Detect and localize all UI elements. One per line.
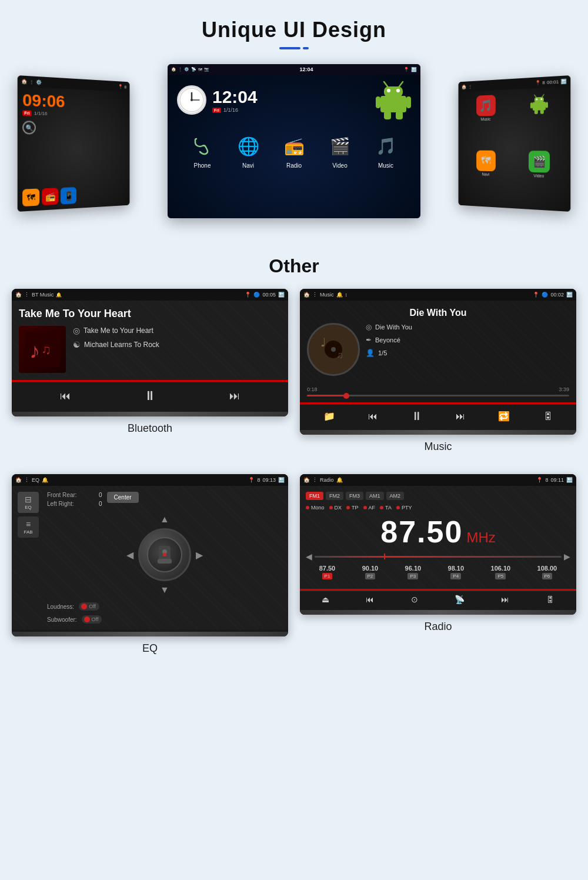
eq-status-label: EQ <box>32 477 39 483</box>
eq-card: 🏠⋮ EQ 🔔 📍8 09:13 🔙 ⊟ E <box>12 474 288 664</box>
bt-play-btn[interactable]: ⏸ <box>143 388 156 404</box>
preset-p4-freq: 98.10 <box>448 565 465 572</box>
preset-p2[interactable]: 90.10 P2 <box>362 565 379 579</box>
bt-next-btn[interactable]: ⏭ <box>229 390 240 402</box>
radio-prev-btn[interactable]: ⏮ <box>366 595 374 604</box>
subwoofer-toggle[interactable]: Off <box>82 615 102 624</box>
radio-options: Mono DX TP AF TA PTY <box>306 505 570 511</box>
eq-left-arrow[interactable]: ◀ <box>124 547 136 563</box>
app-icon-bt[interactable]: 📱 <box>61 187 76 204</box>
svg-rect-20 <box>530 102 532 108</box>
center-status-time: 12:04 <box>299 66 313 72</box>
radio-band-fm1[interactable]: FM1 <box>306 492 323 500</box>
eq-center-button[interactable]: Center <box>107 492 139 503</box>
right-app-music[interactable]: 🎵 Music <box>462 94 510 147</box>
radio-status-label: Radio <box>320 477 334 483</box>
radio-eject-btn[interactable]: ⏏ <box>322 595 329 604</box>
tuner-right-arrow[interactable]: ▶ <box>564 552 570 561</box>
left-app-row: 🗺 📻 📱 <box>22 185 125 206</box>
music-repeat-btn[interactable]: 🔁 <box>498 411 510 422</box>
eq-status-bar: 🏠⋮ EQ 🔔 📍8 09:13 🔙 <box>12 474 288 486</box>
loudness-toggle[interactable]: Off <box>79 602 99 611</box>
bt-artist-row: ☯ Michael Learns To Rock <box>73 340 159 349</box>
app-icon-maps[interactable]: 🗺 <box>22 189 39 207</box>
center-app-video[interactable]: 🎬 Video <box>325 131 355 218</box>
music-label: Music <box>300 435 576 462</box>
bt-status-label: BT Music <box>32 292 54 298</box>
opt-ta: TA <box>385 505 392 511</box>
music-play-btn[interactable]: ⏸ <box>411 409 423 423</box>
radio-controls: ⏏ ⏮ ⊙ 📡 ⏭ 🎛 <box>300 591 576 608</box>
preset-p4[interactable]: 98.10 P4 <box>448 565 465 579</box>
right-app-android[interactable] <box>513 92 566 147</box>
music-next-btn[interactable]: ⏭ <box>456 411 465 422</box>
svg-text:♫: ♫ <box>41 342 51 357</box>
section2-title: Other <box>0 255 588 277</box>
eq-up-arrow[interactable]: ▲ <box>158 512 172 527</box>
preset-p5[interactable]: 106.10 P5 <box>491 565 511 579</box>
preset-p5-label: P5 <box>495 573 506 579</box>
preset-p1[interactable]: 87.50 P1 <box>319 565 336 579</box>
music-tracknum: 1/5 <box>378 349 387 356</box>
bt-status-bar: 🏠⋮ BT Music 🔔 📍🔵 00:05 🔙 <box>12 289 288 301</box>
radio-menu-btn[interactable]: 🎛 <box>546 595 554 604</box>
right-app-grid: 🎵 Music <box>462 92 565 206</box>
music-prev-btn[interactable]: ⏮ <box>368 411 377 422</box>
tuner-left-arrow[interactable]: ◀ <box>306 552 312 561</box>
opt-dx: DX <box>335 505 342 511</box>
svg-rect-4 <box>380 96 406 112</box>
center-app-navi[interactable]: 🌐 Navi <box>233 131 263 218</box>
preset-p5-freq: 106.10 <box>491 565 511 572</box>
center-app-music[interactable]: 🎵 Music <box>371 131 400 218</box>
music-num-icon: 👤 <box>366 349 375 357</box>
progress-end: 3:39 <box>559 386 569 392</box>
progress-bar[interactable] <box>307 395 569 396</box>
svg-point-35 <box>163 553 166 556</box>
loudness-row: Loudness: Off <box>47 602 282 611</box>
music-artist-row: ✒ Beyoncé <box>366 336 412 344</box>
preset-p6-freq: 108.00 <box>537 565 557 572</box>
eq-sidebar: ⊟ EQ ≡ FAB <box>18 492 41 624</box>
bt-status-time: 00:05 <box>262 292 276 298</box>
radio-band-am2[interactable]: AM2 <box>386 492 405 500</box>
radio-next-btn[interactable]: ⏭ <box>501 595 509 604</box>
radio-band-fm3[interactable]: FM3 <box>346 492 363 500</box>
bt-prev-btn[interactable]: ⏮ <box>60 390 71 402</box>
left-date-text: 1/1/16 <box>34 111 48 116</box>
svg-rect-5 <box>384 86 403 97</box>
right-app-video[interactable]: 🎬 Video <box>513 151 566 206</box>
preset-p3-freq: 96.10 <box>405 565 422 572</box>
radio-band-am1[interactable]: AM1 <box>366 492 384 500</box>
center-app-radio[interactable]: 📻 Radio <box>279 131 309 218</box>
fab-btn[interactable]: ≡ FAB <box>18 516 39 538</box>
radio-status-bar: 🏠⋮ Radio 🔔 📍8 09:11 🔙 <box>300 474 576 486</box>
bluetooth-card: 🏠⋮ BT Music 🔔 📍🔵 00:05 🔙 Take Me To Your… <box>12 289 288 462</box>
preset-p6[interactable]: 108.00 P6 <box>537 565 557 579</box>
svg-line-19 <box>542 94 543 96</box>
music-track-name: Die With You <box>375 324 412 331</box>
music-folder-btn[interactable]: 📁 <box>323 411 335 422</box>
eq-knob[interactable] <box>138 528 191 581</box>
svg-rect-22 <box>534 109 537 114</box>
preset-p3-label: P3 <box>407 573 418 579</box>
fab-label: FAB <box>24 529 32 535</box>
svg-rect-33 <box>158 559 172 564</box>
radio-body: FM1 FM2 FM3 AM1 AM2 Mono DX TP AF TA PTY <box>300 486 576 589</box>
eq-knob-area: ◀ ▲ <box>47 512 282 598</box>
radio-frequency: 87.50 <box>380 516 463 547</box>
preset-p3[interactable]: 96.10 P3 <box>405 565 422 579</box>
music-status-label: Music <box>320 292 334 298</box>
radio-wifi-btn[interactable]: 📡 <box>455 595 465 604</box>
radio-band-fm2[interactable]: FM2 <box>326 492 343 500</box>
music-track-name-row: ◎ Die With You <box>366 323 412 331</box>
music-eq-btn[interactable]: 🎛 <box>543 411 553 422</box>
right-app-navi[interactable]: 🗺 Navi <box>462 150 510 203</box>
radio-home-btn[interactable]: ⊙ <box>411 595 418 604</box>
eq-down-arrow[interactable]: ▼ <box>158 582 172 598</box>
bt-track-title: Take Me To Your Heart <box>19 308 281 320</box>
center-app-phone[interactable]: Phone <box>188 131 217 218</box>
eq-btn[interactable]: ⊟ EQ <box>18 492 39 513</box>
preset-p6-label: P6 <box>542 573 553 579</box>
eq-right-arrow[interactable]: ▶ <box>193 547 205 563</box>
app-icon-radio[interactable]: 📻 <box>42 188 58 205</box>
